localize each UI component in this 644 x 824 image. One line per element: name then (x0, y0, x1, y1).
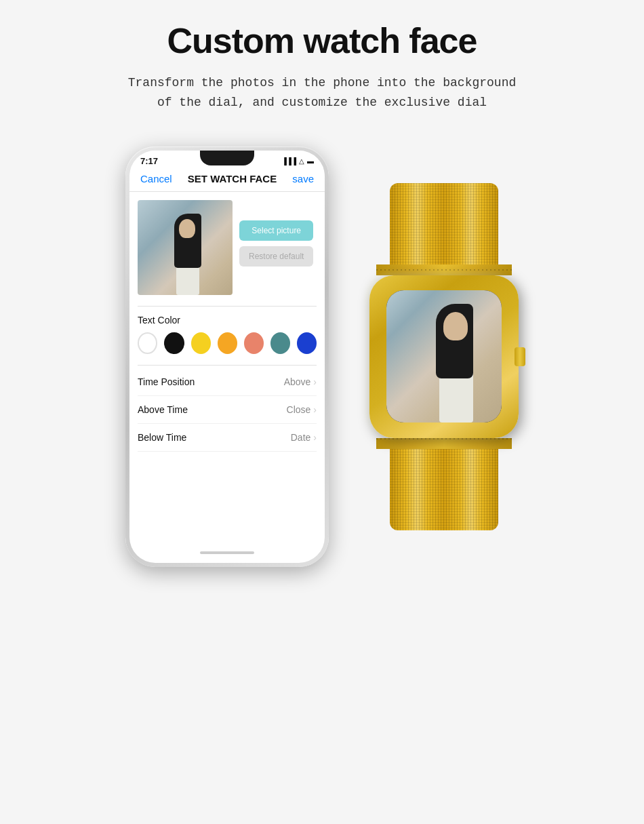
time-position-text: Above (284, 376, 311, 387)
page-subtitle: Transform the photos in the phone into t… (128, 73, 517, 113)
screen-title: SET WATCH FACE (188, 173, 277, 184)
watch-display-photo (386, 290, 502, 423)
image-row: Select picture Restore default (138, 200, 317, 295)
action-buttons: Select picture Restore default (239, 200, 313, 267)
cancel-button[interactable]: Cancel (140, 173, 172, 184)
content-row: 7:17 ▐▐▐ △ ▬ Cancel SET WATCH FACE save (14, 146, 630, 567)
divider-1 (138, 306, 317, 307)
color-white[interactable] (138, 332, 157, 354)
status-icons: ▐▐▐ △ ▬ (282, 157, 314, 165)
color-blue[interactable] (297, 332, 317, 354)
above-time-text: Close (287, 404, 311, 415)
phone-time: 7:17 (140, 156, 158, 166)
photo-figure (171, 214, 205, 295)
watch-screen (386, 290, 502, 423)
watch-band-bottom (390, 449, 498, 530)
phone-mockup: 7:17 ▐▐▐ △ ▬ Cancel SET WATCH FACE save (125, 146, 329, 567)
watch-head (443, 312, 468, 340)
connector-lines-bottom (376, 438, 512, 439)
color-teal[interactable] (270, 332, 290, 354)
connector-bottom (376, 438, 512, 449)
color-picker (138, 332, 317, 354)
head-shape (179, 219, 195, 238)
watch-figure (432, 304, 480, 423)
watch-mockup (369, 183, 519, 530)
app-header: Cancel SET WATCH FACE save (129, 169, 325, 192)
chevron-icon-2: › (313, 404, 317, 415)
watch-crown (515, 347, 525, 366)
color-black[interactable] (164, 332, 184, 354)
chevron-icon: › (313, 376, 317, 387)
band-mesh-bottom (390, 449, 498, 530)
wifi-icon: △ (299, 157, 304, 165)
time-position-label: Time Position (138, 376, 195, 387)
restore-default-button[interactable]: Restore default (239, 246, 313, 267)
watch-band-top (390, 183, 498, 264)
phone-screen: 7:17 ▐▐▐ △ ▬ Cancel SET WATCH FACE save (129, 151, 325, 563)
time-position-value: Above › (284, 376, 317, 387)
phone-notch (200, 151, 254, 165)
color-orange[interactable] (218, 332, 237, 354)
time-position-row[interactable]: Time Position Above › (138, 368, 317, 396)
below-time-value: Date › (291, 432, 317, 443)
app-content: Select picture Restore default Text Colo… (129, 192, 325, 547)
select-picture-button[interactable]: Select picture (239, 220, 313, 241)
signal-icon: ▐▐▐ (282, 157, 296, 165)
page-title: Custom watch face (167, 20, 477, 61)
battery-icon: ▬ (307, 157, 314, 165)
watch-body (369, 275, 519, 438)
watch-face-preview (138, 200, 233, 295)
color-peach[interactable] (244, 332, 264, 354)
save-button[interactable]: save (292, 173, 314, 184)
text-color-label: Text Color (138, 315, 317, 326)
home-bar (200, 551, 254, 554)
below-time-label: Below Time (138, 432, 186, 443)
divider-2 (138, 365, 317, 366)
color-yellow[interactable] (191, 332, 211, 354)
above-time-row[interactable]: Above Time Close › (138, 396, 317, 424)
below-time-text: Date (291, 432, 311, 443)
band-mesh-top (390, 183, 498, 264)
above-time-value: Close › (287, 404, 317, 415)
below-time-row[interactable]: Below Time Date › (138, 424, 317, 452)
chevron-icon-3: › (313, 432, 317, 443)
above-time-label: Above Time (138, 404, 188, 415)
connector-lines-top (376, 269, 512, 271)
connector-top (376, 264, 512, 275)
